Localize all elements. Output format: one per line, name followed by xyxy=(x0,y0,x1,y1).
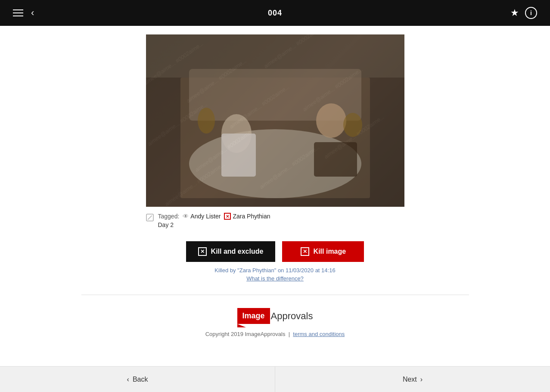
what-difference-link[interactable]: What is the difference? xyxy=(214,275,335,282)
svg-rect-7 xyxy=(314,142,357,177)
page-number: 004 xyxy=(268,9,282,18)
main-content: aimee@aime... #0002aime... aimee@aime...… xyxy=(0,26,550,337)
eye-icon: 👁 xyxy=(183,213,189,220)
tag-person-andy: 👁 Andy Lister xyxy=(183,213,221,220)
logo-image-part: Image xyxy=(237,308,270,324)
tagged-row: Tagged: 👁 Andy Lister ✕ Zara Phythian xyxy=(158,213,270,220)
kill-exclude-x-icon: ✕ xyxy=(198,247,207,256)
logo-section: Image Approvals Copyright 2019 ImageAppr… xyxy=(205,308,345,337)
killed-by-text: Killed by "Zara Phythian" on 11/03/2020 … xyxy=(214,267,335,274)
tag-day: Day 2 xyxy=(158,221,270,228)
section-divider xyxy=(81,295,469,295)
hamburger-icon[interactable] xyxy=(13,9,23,16)
buttons-section: ✕ Kill and exclude ✕ Kill image xyxy=(186,241,364,262)
x-box-icon: ✕ xyxy=(224,213,231,220)
logo-approvals-part: Approvals xyxy=(271,311,313,322)
svg-rect-10 xyxy=(146,34,404,78)
tag-andy-name: Andy Lister xyxy=(190,213,221,220)
svg-point-8 xyxy=(198,108,215,134)
photo-container: aimee@aime... #0002aime... aimee@aime...… xyxy=(146,34,404,207)
header-right: ★ i xyxy=(510,7,537,19)
logo: Image Approvals xyxy=(237,308,313,324)
copyright-label: Copyright 2019 ImageApprovals xyxy=(205,331,286,337)
back-chevron-nav-icon: ‹ xyxy=(127,376,129,383)
tag-person-zara: ✕ Zara Phythian xyxy=(224,213,270,220)
edit-icon[interactable] xyxy=(146,214,154,223)
back-nav-label: Back xyxy=(133,376,148,383)
info-icon[interactable]: i xyxy=(525,7,537,19)
next-nav-button[interactable]: Next › xyxy=(275,367,550,392)
next-nav-label: Next xyxy=(403,376,417,383)
copyright-text: Copyright 2019 ImageApprovals | terms an… xyxy=(205,331,345,337)
back-chevron-icon[interactable]: ‹ xyxy=(31,8,34,18)
tagged-label: Tagged: xyxy=(158,213,180,220)
header-left: ‹ xyxy=(13,8,34,18)
favorite-star-icon[interactable]: ★ xyxy=(510,7,519,19)
killed-info: Killed by "Zara Phythian" on 11/03/2020 … xyxy=(214,267,335,282)
kill-and-exclude-button[interactable]: ✕ Kill and exclude xyxy=(186,241,276,262)
terms-link[interactable]: terms and conditions xyxy=(293,331,345,337)
svg-point-9 xyxy=(343,113,362,137)
svg-point-6 xyxy=(316,103,346,138)
bottom-nav: ‹ Back Next › xyxy=(0,366,550,392)
kill-image-label: Kill image xyxy=(314,248,346,255)
back-nav-button[interactable]: ‹ Back xyxy=(0,367,275,392)
photo-image: aimee@aime... #0002aime... aimee@aime...… xyxy=(146,34,404,207)
kill-image-button[interactable]: ✕ Kill image xyxy=(282,241,364,262)
svg-line-12 xyxy=(148,219,149,220)
copyright-separator: | xyxy=(289,331,290,337)
kill-image-x-icon: ✕ xyxy=(301,247,309,256)
svg-rect-5 xyxy=(221,134,256,177)
kill-exclude-label: Kill and exclude xyxy=(211,248,264,255)
tags-content: Tagged: 👁 Andy Lister ✕ Zara Phythian Da… xyxy=(158,213,270,228)
tag-zara-name: Zara Phythian xyxy=(233,213,270,220)
tags-section: Tagged: 👁 Andy Lister ✕ Zara Phythian Da… xyxy=(146,213,404,228)
next-chevron-nav-icon: › xyxy=(420,376,423,383)
header: ‹ 004 ★ i xyxy=(0,0,550,26)
